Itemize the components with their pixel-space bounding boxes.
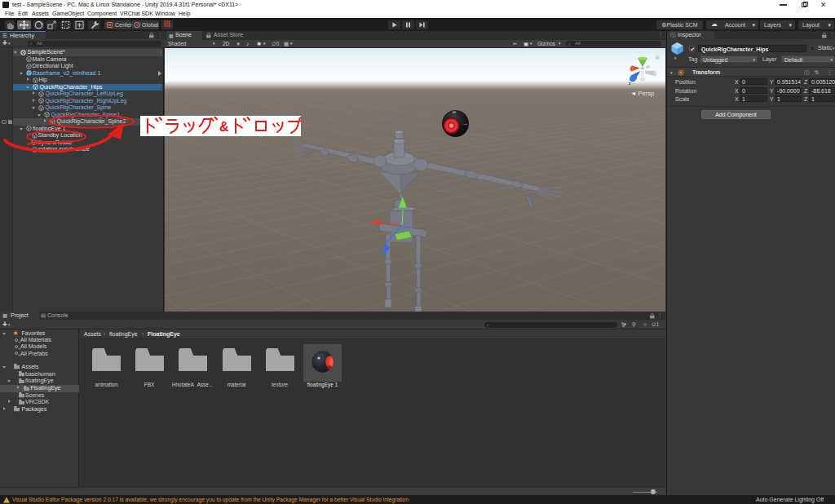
svg-text:&: & [219,120,229,134]
svg-text:◄ Persp: ◄ Persp [630,89,654,96]
svg-text:x: x [627,67,630,72]
